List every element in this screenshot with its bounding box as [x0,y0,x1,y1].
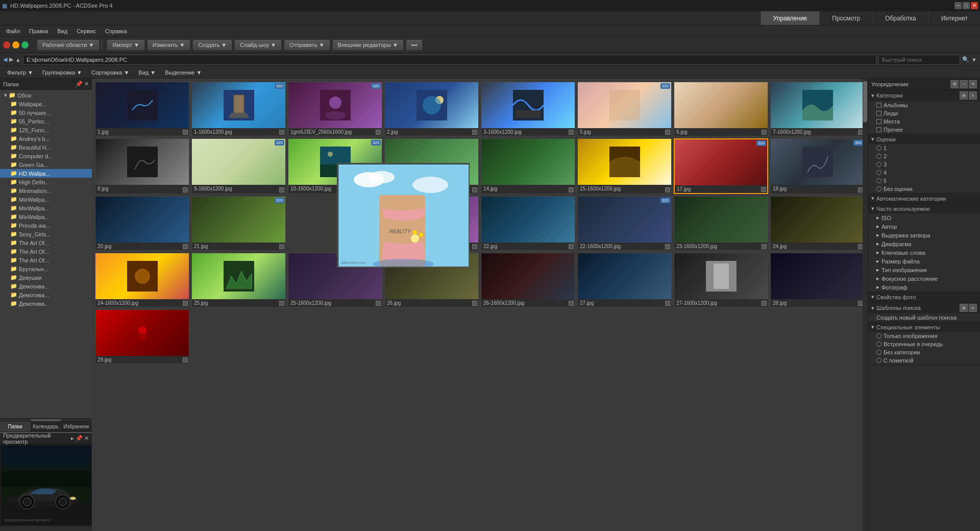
category-other[interactable]: Прочее [868,126,980,134]
photo-props-header[interactable]: ▾ Свойства фото [868,292,980,302]
freq-iso[interactable]: ▸ ISO [868,213,980,222]
special-elements-header[interactable]: ▾ Специальные элементы [868,322,980,332]
category-albums[interactable]: Альбомы [868,101,980,109]
thumb-checkbox[interactable] [183,244,188,249]
slideshow-button[interactable]: Слайд-шоу ▼ [234,39,282,51]
folders-pin-icon[interactable]: 📌 [76,81,83,87]
folders-close-icon[interactable]: ✕ [84,81,89,87]
auto-cat-header[interactable]: ▾ Автоматические категории [868,194,980,203]
thumb-checkbox[interactable] [472,187,477,192]
rating-5[interactable]: 5 [868,177,980,185]
thumb-checkbox[interactable] [183,301,188,306]
special-images-only[interactable]: Только изображения [868,332,980,340]
thumb-item[interactable]: 26-1600x1200.jpg [481,253,575,307]
thumb-item[interactable]: 320 21.jpg [191,196,286,251]
folder-item[interactable]: 📁 The Art Of... [0,256,92,264]
frequent-header[interactable]: ▾ Часто используемое [868,204,980,213]
thumb-checkbox[interactable] [183,357,188,363]
folder-item[interactable]: 📁 MixWallpa... [0,212,92,221]
folder-item[interactable]: 📁 Beautiful H... [0,143,92,152]
cat-icon-2[interactable]: ≡ [969,91,977,100]
st-icon-2[interactable]: ≡ [969,304,977,312]
freq-keywords[interactable]: ▸ Ключевые слова [868,248,980,257]
path-up-icon[interactable]: ▲ [15,57,21,63]
folder-item[interactable]: 📁 55_Perfec... [0,117,92,126]
category-places[interactable]: Места [868,117,980,126]
categories-header[interactable]: ▾ Категории ⊞ ≡ [868,90,980,101]
thumb-checkbox[interactable] [761,187,766,192]
create-search-template[interactable]: Создать новый шаблон поиска [868,313,980,322]
freq-imgtype[interactable]: ▸ Тип изображения [868,266,980,274]
thumb-checkbox[interactable] [472,244,477,249]
sort-button[interactable]: Сортировка ▼ [87,68,133,77]
group-button[interactable]: Группировка ▼ [38,68,86,77]
search-templates-header[interactable]: ▾ Шаблоны поиска ⊞ ≡ [868,302,980,313]
thumb-item[interactable]: 8.jpg [95,138,189,194]
folder-item[interactable]: 📁 Девушки [0,273,92,282]
thumb-checkbox[interactable] [665,130,670,135]
thumb-item[interactable]: 2.jpg [384,82,479,136]
path-input[interactable] [23,55,876,65]
folder-item[interactable]: 📁 Computer d... [0,152,92,160]
thumb-checkbox[interactable] [762,301,767,306]
tab-view[interactable]: Просмотр [819,11,872,25]
preview-close-icon[interactable]: ✕ [84,435,89,442]
tab-process[interactable]: Обработка [872,11,928,25]
thumb-checkbox[interactable] [569,187,574,192]
folder-item[interactable]: 📁 MixWallpa... [0,195,92,204]
freq-shutter[interactable]: ▸ Выдержка затвора [868,231,980,239]
ratings-header[interactable]: ▾ Оценки [868,134,980,144]
folder-item[interactable]: 📁 125_Funn... [0,126,92,134]
circle-red[interactable] [3,41,10,49]
folder-item[interactable]: 📁 Andrey's b... [0,134,92,143]
search-input[interactable] [878,55,960,65]
thumb-checkbox[interactable] [279,187,284,192]
thumb-item[interactable]: 27.jpg [577,253,672,307]
thumb-checkbox[interactable] [569,301,574,306]
thumb-checkbox[interactable] [665,187,670,192]
thumb-checkbox[interactable] [762,130,767,135]
preview-pin-icon[interactable]: 📌 [76,435,83,442]
folder-item-selected[interactable]: 📁 HD.Wallpa... [0,169,92,178]
workspace-button[interactable]: Рабочие области ▼ [37,39,100,51]
category-people[interactable]: Люди [868,109,980,117]
thumb-item[interactable]: 320 1gm6J3EV_2560x1600.jpg [288,82,382,136]
folder-item[interactable]: 📁 50 лучших... [0,108,92,117]
thumb-item[interactable]: 1.jpg [95,82,189,136]
special-queue[interactable]: Встроенные в очередь [868,340,980,348]
freq-filesize[interactable]: ▸ Размер файла [868,257,980,266]
rp-icon-2[interactable]: ─ [960,80,968,88]
folder-item[interactable]: 📁 MixWallpa... [0,204,92,212]
special-marked[interactable]: С пометкой [868,356,980,365]
folder-item[interactable]: 📁 Priroda wa... [0,221,92,230]
thumb-checkbox[interactable] [472,301,477,306]
tab-manage[interactable]: Управление [761,11,820,25]
thumb-item[interactable]: 24.jpg [770,196,865,251]
thumb-item[interactable]: 29.jpg [95,309,189,364]
circle-green[interactable] [21,41,29,49]
menu-file[interactable]: Файл [2,27,24,35]
path-forward-icon[interactable]: ▶ [9,56,13,63]
menu-edit[interactable]: Правка [25,27,52,35]
close-button[interactable]: ✕ [971,2,978,9]
grid-scrollbar[interactable] [863,79,868,531]
thumb-item[interactable]: 24-1600x1200.jpg [95,253,189,307]
folder-item[interactable]: 📁 Брутальн... [0,264,92,273]
thumb-item[interactable]: 320 17.jpg [674,138,768,194]
thumb-checkbox[interactable] [472,130,477,135]
folder-root[interactable]: ▾ 📁 Обои [0,91,92,100]
thumb-item[interactable]: 23-1600x1200.jpg [674,196,768,251]
thumb-checkbox[interactable] [279,244,284,249]
thumb-checkbox[interactable] [569,244,574,249]
folder-item[interactable]: 📁 Демотива... [0,299,92,308]
thumb-item[interactable]: 3-1600x1200.jpg [481,82,575,136]
thumb-checkbox[interactable] [183,130,188,135]
folder-item[interactable]: 📁 Minimalism... [0,186,92,195]
thumb-item[interactable]: 22.jpg [481,196,575,251]
thumb-item[interactable]: 7-1600x1200.jpg [770,82,865,136]
thumb-item[interactable]: 25.jpg [191,253,286,307]
freq-aperture[interactable]: ▸ Диафрагма [868,239,980,248]
thumb-item[interactable]: 28.jpg [770,253,865,307]
folder-item[interactable]: 📁 Wallpape... [0,100,92,108]
rating-1[interactable]: 1 [868,144,980,152]
